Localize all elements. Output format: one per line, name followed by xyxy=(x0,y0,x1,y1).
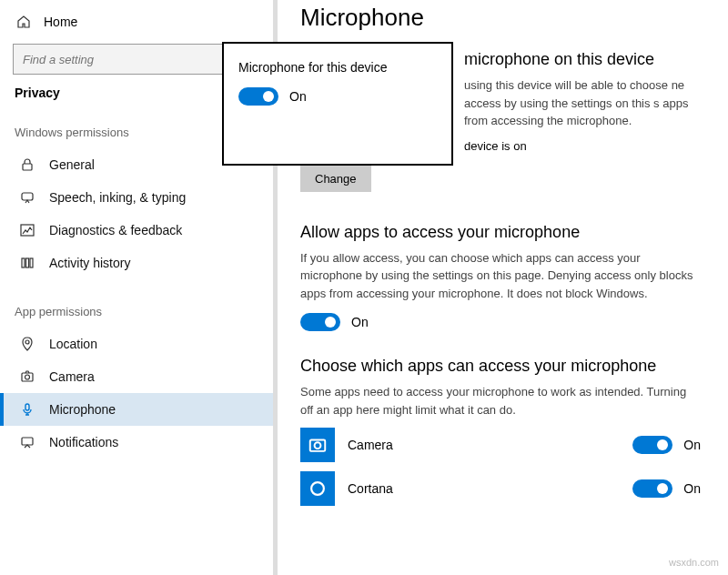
sidebar-item-microphone[interactable]: Microphone xyxy=(0,393,273,426)
svg-point-8 xyxy=(25,375,30,379)
microphone-icon xyxy=(18,402,36,417)
sidebar-item-label: Speech, inking, & typing xyxy=(49,190,186,205)
sidebar-item-label: General xyxy=(49,157,95,172)
sidebar-item-label: Diagnostics & feedback xyxy=(49,223,182,237)
app-camera-toggle[interactable] xyxy=(632,436,672,454)
search-input[interactable] xyxy=(23,53,248,66)
svg-point-12 xyxy=(315,442,321,449)
app-access-toggle[interactable] xyxy=(300,313,340,331)
svg-rect-7 xyxy=(22,373,33,381)
popup-toggle-label: On xyxy=(289,89,307,104)
section-desc-app-access: If you allow access, you can choose whic… xyxy=(300,249,701,303)
svg-rect-4 xyxy=(26,258,29,267)
home-icon xyxy=(15,15,33,29)
sidebar-item-camera[interactable]: Camera xyxy=(0,360,273,393)
sidebar-item-speech[interactable]: Speech, inking, & typing xyxy=(0,181,273,214)
speech-icon xyxy=(18,190,36,205)
camera-icon xyxy=(18,369,36,384)
svg-point-6 xyxy=(25,340,29,344)
svg-rect-9 xyxy=(25,404,29,410)
svg-rect-1 xyxy=(22,193,33,200)
app-name: Camera xyxy=(348,438,632,452)
cortana-app-icon xyxy=(300,471,335,506)
page-title: Microphone xyxy=(300,4,701,32)
camera-app-icon xyxy=(300,428,335,462)
app-access-toggle-row: On xyxy=(300,313,701,331)
sidebar-item-notifications[interactable]: Notifications xyxy=(0,426,273,459)
app-row-cortana: Cortana On xyxy=(300,471,701,506)
sidebar-item-label: Notifications xyxy=(49,435,118,449)
notifications-icon xyxy=(18,435,36,449)
popup-device-toggle[interactable] xyxy=(238,87,278,106)
sidebar-item-label: Microphone xyxy=(49,402,116,417)
home-label: Home xyxy=(44,15,77,29)
activity-icon xyxy=(18,256,36,270)
app-cortana-toggle[interactable] xyxy=(632,479,672,498)
location-icon xyxy=(18,337,36,351)
home-link[interactable]: Home xyxy=(0,9,273,35)
svg-rect-10 xyxy=(22,438,33,445)
watermark: wsxdn.com xyxy=(669,557,719,568)
change-popup: Microphone for this device On xyxy=(222,42,453,166)
app-cortana-toggle-label: On xyxy=(683,481,701,496)
app-camera-toggle-label: On xyxy=(683,438,701,452)
app-access-toggle-label: On xyxy=(351,315,369,329)
svg-rect-3 xyxy=(22,258,25,267)
section-desc-choose-apps: Some apps need to access your microphone… xyxy=(300,383,701,419)
lock-icon xyxy=(18,157,36,172)
sidebar-item-label: Activity history xyxy=(49,256,130,270)
sidebar-item-activity[interactable]: Activity history xyxy=(0,247,273,279)
change-button[interactable]: Change xyxy=(300,166,371,192)
sidebar-item-diagnostics[interactable]: Diagnostics & feedback xyxy=(0,214,273,247)
svg-rect-0 xyxy=(23,164,32,170)
sidebar-item-label: Location xyxy=(49,337,97,351)
diagnostics-icon xyxy=(18,223,36,237)
app-name: Cortana xyxy=(348,481,632,496)
sidebar-item-location[interactable]: Location xyxy=(0,328,273,360)
sidebar-item-label: Camera xyxy=(49,369,95,384)
section-title-choose-apps: Choose which apps can access your microp… xyxy=(300,357,701,376)
popup-title: Microphone for this device xyxy=(238,60,437,75)
popup-toggle-row: On xyxy=(238,87,437,106)
svg-rect-5 xyxy=(30,258,33,267)
section-title-app-access: Allow apps to access your microphone xyxy=(300,223,701,242)
app-row-camera: Camera On xyxy=(300,428,701,462)
sidebar-group-app-permissions: App permissions xyxy=(0,305,273,318)
svg-point-13 xyxy=(311,482,324,495)
